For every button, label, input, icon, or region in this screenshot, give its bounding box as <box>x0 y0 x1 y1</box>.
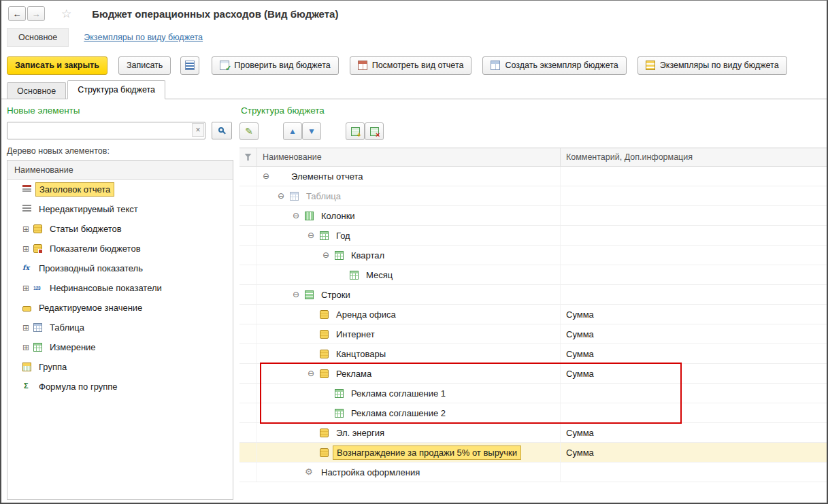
check-document-icon <box>220 61 229 70</box>
add-item-button[interactable] <box>346 122 365 140</box>
new-element-item[interactable]: ⊞ Показатели бюджетов <box>7 239 233 258</box>
structure-row[interactable]: ⊖ Строки <box>239 285 827 305</box>
collapse-minus-icon[interactable]: ⊖ <box>308 369 320 378</box>
move-down-button[interactable]: ▼ <box>302 122 321 140</box>
check-budget-view-button[interactable]: Проверить вид бюджета <box>212 56 338 75</box>
new-element-item[interactable]: ⊞ Статьи бюджетов <box>7 219 233 239</box>
structure-row[interactable]: Месяц <box>239 265 827 285</box>
budget-items-icon <box>320 369 329 378</box>
new-element-item[interactable]: Заголовок отчета <box>7 180 233 199</box>
tree-caption: Дерево новых элементов: <box>7 146 110 156</box>
search-row: × <box>7 122 233 139</box>
list-icon <box>185 61 195 70</box>
pencil-icon: ✎ <box>245 126 253 137</box>
search-button[interactable] <box>212 122 232 139</box>
structure-row[interactable]: ⊖ Таблица <box>239 186 827 206</box>
nonfinancial-icon <box>33 284 42 292</box>
instances-by-budget-view-button[interactable]: Экземпляры по виду бюджета <box>637 56 787 75</box>
view-report-button[interactable]: Посмотреть вид отчета <box>350 56 472 75</box>
title-bar: ← → ☆ Бюджет операционных расходов (Вид … <box>1 1 827 27</box>
expand-plus-icon[interactable]: ⊞ <box>22 224 33 234</box>
instances-list-icon <box>646 61 655 70</box>
page-tabs: ОсновноеСтруктура бюджета <box>1 78 827 99</box>
structure-row[interactable]: ⊖ Реклама Сумма <box>239 364 827 384</box>
budget-items-icon <box>33 224 42 233</box>
new-element-item[interactable]: Группа <box>7 357 233 377</box>
search-input[interactable] <box>7 122 205 139</box>
structure-table: Наименование Комментарий, Доп.информация… <box>239 148 827 482</box>
edit-button[interactable]: ✎ <box>239 122 259 140</box>
filter-cell[interactable] <box>239 148 257 166</box>
delete-item-button[interactable] <box>365 122 384 140</box>
dimension-icon <box>335 251 344 260</box>
new-element-item[interactable]: Редактируемое значение <box>7 298 233 318</box>
forward-arrow-icon: → <box>32 9 41 19</box>
structure-row[interactable]: Реклама соглашение 2 <box>239 403 827 423</box>
expand-plus-icon[interactable]: ⊞ <box>22 323 33 333</box>
dimension-icon <box>335 389 344 398</box>
form-nav: Основное Экземпляры по виду бюджета <box>1 27 827 48</box>
fx-icon <box>22 264 31 273</box>
static-text-icon <box>22 205 31 214</box>
structure-row[interactable]: Канцтовары Сумма <box>239 344 827 364</box>
table-delete-icon <box>370 127 379 136</box>
new-element-item[interactable]: Формула по группе <box>7 377 233 397</box>
tab-0[interactable]: Основное <box>7 82 66 99</box>
collapse-minus-icon[interactable]: ⊖ <box>263 171 275 181</box>
structure-row[interactable]: ⊖ Элементы отчета <box>239 167 827 186</box>
structure-rows: ⊖ Элементы отчета ⊖ Таблица ⊖ Колонки <box>239 167 827 482</box>
forward-button[interactable]: → <box>27 6 45 21</box>
budget-items-icon <box>320 350 329 358</box>
column-comment-header: Комментарий, Доп.информация <box>561 148 827 166</box>
structure-row[interactable]: ⊖ Год <box>239 226 827 246</box>
left-column-header: Наименование <box>7 161 233 180</box>
create-budget-instance-button[interactable]: Создать экземпляр бюджета <box>482 56 626 75</box>
budget-indicators-icon <box>33 244 42 253</box>
save-and-close-button[interactable]: Записать и закрыть <box>7 56 107 75</box>
structure-row[interactable]: Настройка оформления <box>239 463 827 482</box>
expand-plus-icon[interactable]: ⊞ <box>22 284 33 293</box>
table-add-icon <box>351 127 360 136</box>
tab-1[interactable]: Структура бюджета <box>67 80 165 99</box>
report-title-icon <box>22 185 31 194</box>
nav-instances-link[interactable]: Экземпляры по виду бюджета <box>84 33 203 42</box>
back-arrow-icon: ← <box>13 9 22 19</box>
favorite-star-icon[interactable]: ☆ <box>61 7 71 21</box>
arrow-up-icon: ▲ <box>288 127 297 136</box>
back-button[interactable]: ← <box>8 6 26 21</box>
column-name-header: Наименование <box>257 148 561 166</box>
collapse-minus-icon[interactable]: ⊖ <box>293 290 305 299</box>
new-element-item[interactable]: ⊞ Нефинансовые показатели <box>7 278 233 298</box>
new-element-item[interactable]: ⊞ Измерение <box>7 337 233 357</box>
new-element-item[interactable]: Нередактируемый текст <box>7 199 233 219</box>
structure-table-header: Наименование Комментарий, Доп.информация <box>239 148 827 167</box>
group-formula-icon <box>22 382 31 391</box>
structure-row[interactable]: Реклама соглашение 1 <box>239 384 827 403</box>
budget-items-icon <box>320 330 329 339</box>
structure-row[interactable]: Аренда офиса Сумма <box>239 305 827 324</box>
nav-main[interactable]: Основное <box>7 28 69 47</box>
app-window: ← → ☆ Бюджет операционных расходов (Вид … <box>0 0 828 504</box>
new-elements-tree: Наименование Заголовок отчета Нередактир… <box>7 160 233 500</box>
move-up-button[interactable]: ▲ <box>283 122 302 140</box>
budget-structure-title: Структура бюджета <box>241 105 325 116</box>
new-element-item[interactable]: ⊞ Таблица <box>7 318 233 337</box>
clear-search-button[interactable]: × <box>192 123 204 137</box>
collapse-minus-icon[interactable]: ⊖ <box>322 250 335 260</box>
structure-row[interactable]: Интернет Сумма <box>239 324 827 344</box>
expand-plus-icon[interactable]: ⊞ <box>22 244 33 254</box>
rows-icon <box>305 290 314 299</box>
expand-plus-icon[interactable]: ⊞ <box>22 343 33 352</box>
collapse-minus-icon[interactable]: ⊖ <box>308 231 320 240</box>
new-elements-panel: Новые элементы × Дерево новых элементов:… <box>7 103 233 500</box>
dimension-icon <box>33 343 42 352</box>
structure-row[interactable]: Эл. энергия Сумма <box>239 423 827 443</box>
structure-row[interactable]: ⊖ Квартал <box>239 246 827 265</box>
structure-row[interactable]: Вознаграждение за продажи 5% от выручки … <box>239 443 827 463</box>
new-element-item[interactable]: Производный показатель <box>7 258 233 278</box>
collapse-minus-icon[interactable]: ⊖ <box>278 191 290 201</box>
save-button[interactable]: Записать <box>118 56 171 75</box>
list-icon-button[interactable] <box>180 56 199 75</box>
structure-row[interactable]: ⊖ Колонки <box>239 206 827 226</box>
collapse-minus-icon[interactable]: ⊖ <box>293 211 305 220</box>
